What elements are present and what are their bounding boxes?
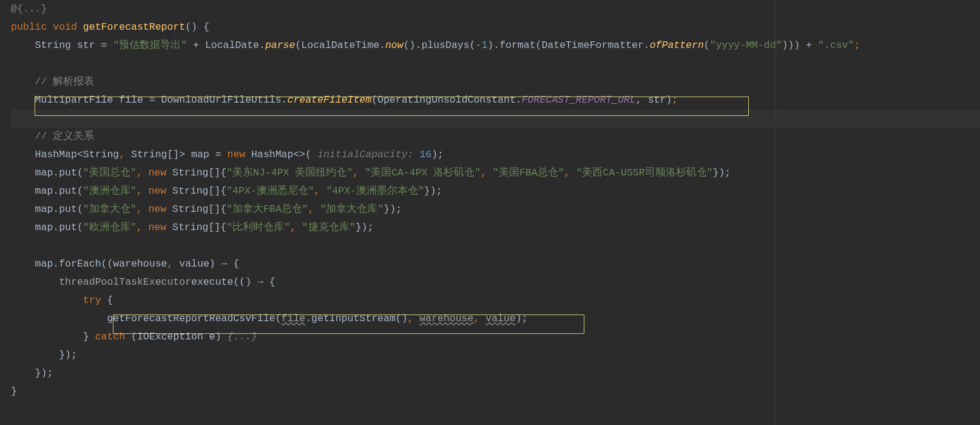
code-line-3[interactable]: String str = "预估数据导出" + LocalDate.parse(…	[11, 36, 980, 55]
code-line-16[interactable]: threadPoolTaskExecutorexecute(() → {	[11, 273, 980, 291]
code-line-5[interactable]: // 解析报表	[11, 73, 980, 91]
code-line-7-caret[interactable]	[11, 109, 980, 127]
annotation-fold[interactable]: @{...}	[11, 3, 47, 15]
code-line-11[interactable]: map.put("澳洲仓库", new String[]{"4PX-澳洲悉尼仓"…	[11, 182, 980, 200]
code-line-20[interactable]: });	[11, 346, 980, 364]
code-line-2[interactable]: public void getForecastReport() {	[11, 18, 980, 36]
code-line-10[interactable]: map.put("美国总仓", new String[]{"美东NJ-4PX 美…	[11, 164, 980, 182]
code-line-8[interactable]: // 定义关系	[11, 127, 980, 146]
code-line-19[interactable]: } catch (IOException e) {...}	[11, 328, 980, 346]
code-line-1[interactable]: @{...}	[11, 0, 980, 18]
code-line-22[interactable]: }	[11, 382, 980, 401]
code-line-6[interactable]: MultipartFile file = DownloadUrlFileUtil…	[11, 91, 980, 109]
code-line-18[interactable]: getForecastReportReadCsvFile(file.getInp…	[11, 310, 980, 328]
code-line-4[interactable]	[11, 55, 980, 73]
catch-fold[interactable]: {...}	[228, 331, 258, 342]
code-line-21[interactable]: });	[11, 364, 980, 382]
code-editor[interactable]: @{...} public void getForecastReport() {…	[0, 0, 980, 425]
right-margin-rule	[776, 0, 776, 425]
code-line-12[interactable]: map.put("加拿大仓", new String[]{"加拿大FBA总仓",…	[11, 200, 980, 219]
code-line-14[interactable]	[11, 237, 980, 255]
inlay-hint: initialCapacity:	[317, 149, 419, 160]
code-line-17[interactable]: try {	[11, 291, 980, 310]
code-line-13[interactable]: map.put("欧洲仓库", new String[]{"比利时仓库", "捷…	[11, 219, 980, 237]
code-line-9[interactable]: HashMap<String, String[]> map = new Hash…	[11, 146, 980, 164]
code-line-15[interactable]: map.forEach((warehouse, value) → {	[11, 255, 980, 273]
